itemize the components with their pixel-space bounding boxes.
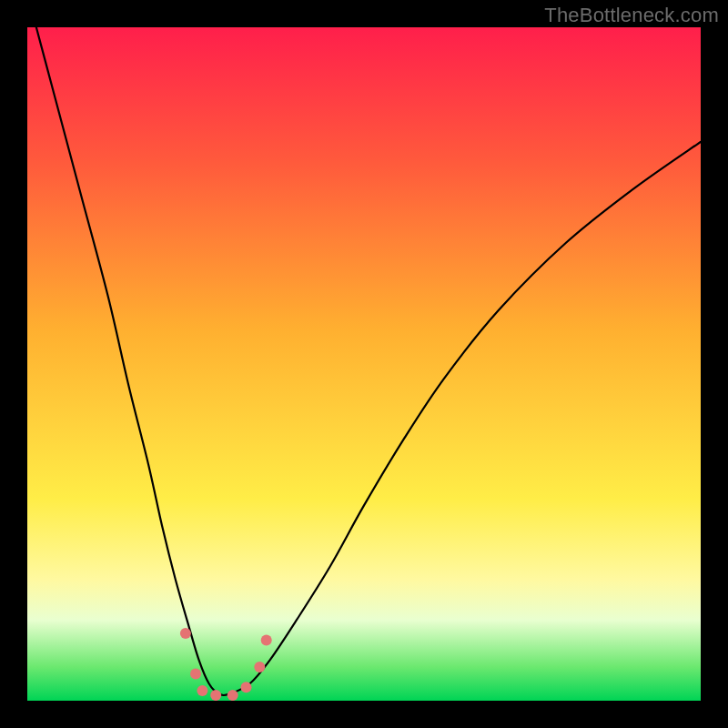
watermark-text: TheBottleneck.com — [544, 4, 719, 27]
data-marker — [254, 662, 265, 672]
data-marker — [180, 628, 191, 639]
chart-frame: TheBottleneck.com — [0, 0, 728, 728]
data-marker — [210, 690, 221, 701]
data-marker — [261, 634, 272, 645]
data-marker — [241, 682, 252, 693]
bottleneck-chart — [27, 27, 701, 701]
plot-area — [27, 27, 701, 701]
data-marker — [197, 685, 207, 696]
gradient-background — [27, 27, 701, 701]
data-marker — [228, 690, 238, 701]
data-marker — [190, 668, 201, 679]
